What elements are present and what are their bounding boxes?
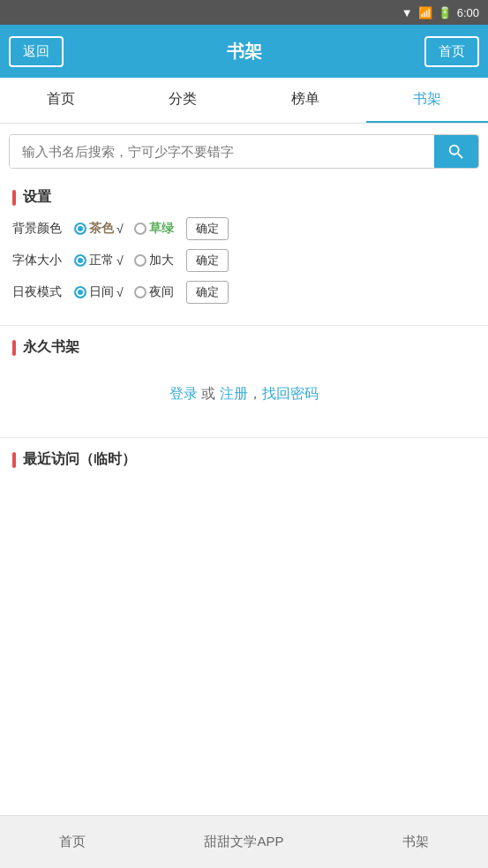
tab-category[interactable]: 分类 xyxy=(122,78,244,123)
tea-color-option[interactable]: 茶色 √ xyxy=(74,221,124,237)
normal-font-option[interactable]: 正常 √ xyxy=(74,253,124,268)
footer-shelf[interactable]: 书架 xyxy=(402,834,429,850)
or-text: 或 xyxy=(198,386,220,401)
green-radio[interactable] xyxy=(134,223,146,235)
tab-shelf[interactable]: 书架 xyxy=(366,78,488,123)
page-title: 书架 xyxy=(227,40,262,64)
normal-check: √ xyxy=(116,253,124,268)
header: 返回 书架 首页 xyxy=(0,25,488,78)
home-button[interactable]: 首页 xyxy=(424,36,479,67)
search-bar xyxy=(9,134,479,169)
search-input[interactable] xyxy=(10,135,434,168)
green-label: 草绿 xyxy=(149,221,174,237)
permanent-shelf-section: 永久书架 登录 或 注册，找回密码 xyxy=(0,329,488,434)
settings-title: 设置 xyxy=(12,188,476,207)
tab-ranking[interactable]: 榜单 xyxy=(244,78,366,123)
signal-icon: 📶 xyxy=(418,6,432,19)
font-size-options: 正常 √ 加大 xyxy=(74,253,181,268)
bg-color-row: 背景颜色 茶色 √ 草绿 确定 xyxy=(12,217,476,240)
green-color-option[interactable]: 草绿 xyxy=(134,221,174,237)
wifi-icon: ▼ xyxy=(402,6,413,19)
font-size-row: 字体大小 正常 √ 加大 确定 xyxy=(12,249,476,272)
footer-app[interactable]: 甜甜文学APP xyxy=(204,834,283,850)
day-mode-option[interactable]: 日间 √ xyxy=(74,284,124,300)
bg-color-label: 背景颜色 xyxy=(12,221,74,237)
day-night-label: 日夜模式 xyxy=(12,284,74,300)
large-radio[interactable] xyxy=(134,254,146,267)
normal-label: 正常 xyxy=(89,253,114,268)
tea-radio[interactable] xyxy=(74,223,86,235)
night-mode-option[interactable]: 夜间 xyxy=(134,284,174,300)
bg-color-options: 茶色 √ 草绿 xyxy=(74,221,181,237)
tea-label: 茶色 xyxy=(89,221,114,237)
day-radio[interactable] xyxy=(74,286,86,298)
font-size-label: 字体大小 xyxy=(12,253,74,268)
status-bar: ▼ 📶 🔋 6:00 xyxy=(0,0,488,25)
footer: 首页 甜甜文学APP 书架 xyxy=(0,815,488,868)
normal-radio[interactable] xyxy=(74,254,86,267)
forgot-link[interactable]: 找回密码 xyxy=(262,386,319,401)
divider-2 xyxy=(0,437,488,438)
login-link[interactable]: 登录 xyxy=(169,386,198,401)
back-button[interactable]: 返回 xyxy=(9,36,64,67)
recent-title: 最近访问（临时） xyxy=(12,450,476,469)
large-font-option[interactable]: 加大 xyxy=(134,253,174,268)
day-night-options: 日间 √ 夜间 xyxy=(74,284,181,300)
day-night-row: 日夜模式 日间 √ 夜间 确定 xyxy=(12,281,476,304)
footer-home[interactable]: 首页 xyxy=(59,834,86,850)
night-label: 夜间 xyxy=(149,284,174,300)
divider-1 xyxy=(0,325,488,326)
comma-text: ， xyxy=(248,386,262,401)
search-icon xyxy=(447,142,466,162)
battery-icon: 🔋 xyxy=(438,6,452,19)
large-label: 加大 xyxy=(149,253,174,268)
tea-check: √ xyxy=(116,222,124,236)
search-button[interactable] xyxy=(434,135,478,168)
tab-home[interactable]: 首页 xyxy=(0,78,122,123)
night-radio[interactable] xyxy=(134,286,146,298)
auth-area: 登录 或 注册，找回密码 xyxy=(12,367,476,425)
time-display: 6:00 xyxy=(457,6,479,19)
register-link[interactable]: 注册 xyxy=(220,386,248,401)
permanent-shelf-title: 永久书架 xyxy=(12,338,476,357)
day-night-confirm[interactable]: 确定 xyxy=(186,281,229,304)
recent-section: 最近访问（临时） xyxy=(0,442,488,488)
font-size-confirm[interactable]: 确定 xyxy=(186,249,229,272)
day-check: √ xyxy=(116,285,124,299)
bg-color-confirm[interactable]: 确定 xyxy=(186,217,229,240)
settings-section: 设置 背景颜色 茶色 √ 草绿 确定 字体大小 xyxy=(0,179,488,321)
nav-tabs: 首页 分类 榜单 书架 xyxy=(0,78,488,124)
day-label: 日间 xyxy=(89,284,114,300)
